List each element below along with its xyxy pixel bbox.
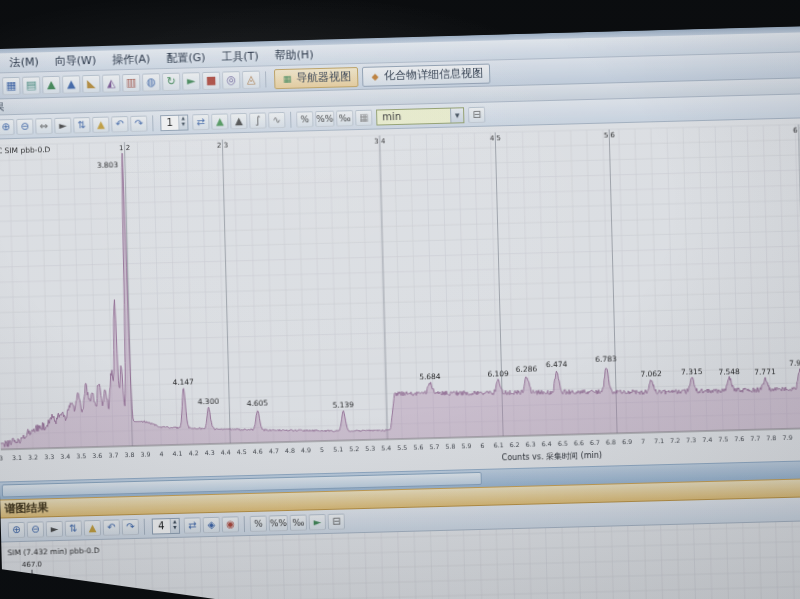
- percent-button[interactable]: %: [250, 515, 267, 531]
- x-tick-label: 6.5: [558, 440, 568, 447]
- fill-peak-icon[interactable]: ▲: [92, 116, 109, 132]
- pan-icon[interactable]: ⇔: [35, 118, 52, 134]
- x-tick-label: 4.5: [237, 448, 247, 455]
- x-tick-label: 5.3: [365, 445, 375, 452]
- pointer-icon[interactable]: ►: [46, 520, 63, 536]
- zoom-in-icon[interactable]: ⊕: [0, 119, 15, 135]
- zoom-out-icon[interactable]: ⊖: [16, 118, 33, 134]
- spec-toolbar-icons-mid: ⇄◈◉: [183, 516, 240, 533]
- globe-icon[interactable]: ◍: [142, 73, 160, 91]
- worklist-icon[interactable]: ▦: [2, 76, 20, 94]
- x-tick-label: 4.7: [269, 447, 279, 454]
- x-tick-label: 5.5: [397, 444, 407, 451]
- overlay-icon[interactable]: ⇄: [184, 517, 201, 533]
- menu-item-actions[interactable]: 操作(A): [105, 49, 158, 69]
- photo-frame: 法(M) 向导(W) 操作(A) 配置(G) 工具(T) 帮助(H) ▦▤▲▲◣…: [0, 0, 800, 599]
- autoscale-icon[interactable]: ⇅: [65, 520, 82, 536]
- spinner-up-icon[interactable]: ▲: [181, 117, 185, 122]
- peak-label: 7.771: [754, 367, 776, 377]
- spectrum-icon[interactable]: ▲: [62, 75, 80, 93]
- peak-label: 6.286: [516, 364, 538, 374]
- zoom-in-icon[interactable]: ⊕: [8, 521, 25, 537]
- peak-up-dark-icon[interactable]: ▲: [230, 112, 247, 128]
- x-tick-label: 5.4: [381, 444, 391, 451]
- spinner-down-icon[interactable]: ▼: [173, 526, 177, 531]
- peak-label: 7.315: [681, 367, 703, 377]
- pointer-icon[interactable]: ►: [54, 117, 71, 133]
- x-tick-label: 4.4: [221, 448, 231, 455]
- report-icon[interactable]: ▥: [122, 73, 140, 91]
- x-tick-label: 5: [320, 446, 324, 453]
- slash-x-icon[interactable]: ∫: [249, 112, 266, 128]
- x-tick-label: 7.2: [670, 437, 680, 444]
- tag-icon[interactable]: ◈: [203, 516, 220, 532]
- arrow-icon[interactable]: ►: [309, 514, 326, 530]
- menu-item-help[interactable]: 帮助(H): [267, 45, 320, 65]
- navigator-view-label: 导航器视图: [296, 69, 351, 85]
- peak-label: 7.062: [640, 369, 662, 379]
- redo-icon[interactable]: ↷: [130, 115, 147, 131]
- chevron-down-icon[interactable]: ▼: [450, 108, 463, 122]
- undo-icon[interactable]: ↶: [111, 116, 128, 132]
- spec-toolbar-icons-end: ►⊟: [308, 513, 346, 530]
- unit-select-value: min: [382, 111, 401, 122]
- menu-item-tools[interactable]: 工具(T): [214, 46, 266, 66]
- x-tick-label: 6.4: [542, 440, 552, 447]
- molecule-icon[interactable]: ◬: [242, 70, 260, 88]
- search-icon[interactable]: ◎: [222, 71, 240, 89]
- redo-icon[interactable]: ↷: [122, 518, 139, 534]
- peak-label: 6.783: [595, 355, 617, 365]
- percent-button[interactable]: %: [296, 111, 313, 127]
- overlay-icon[interactable]: ⇄: [192, 113, 209, 129]
- spinner-up-icon[interactable]: ▲: [173, 520, 177, 525]
- app-window: 法(M) 向导(W) 操作(A) 配置(G) 工具(T) 帮助(H) ▦▤▲▲◣…: [0, 26, 800, 599]
- segment-label: 3 4: [374, 137, 386, 145]
- spinner-down-icon[interactable]: ▼: [182, 123, 186, 128]
- print-icon[interactable]: ⊟: [328, 513, 345, 529]
- pin-icon[interactable]: ◉: [222, 516, 239, 532]
- spectrum-index-spinner[interactable]: 4 ▲ ▼: [152, 517, 180, 534]
- compound-detail-view-button[interactable]: ◆ 化合物详细信息视图: [362, 63, 490, 86]
- autoscale-icon[interactable]: ⇅: [73, 117, 90, 133]
- chrom-toolbar-icons-right: ▦: [354, 109, 373, 125]
- x-tick-label: 3.7: [108, 451, 118, 458]
- chromatogram-icon[interactable]: ▲: [42, 75, 60, 93]
- percent-button[interactable]: %%: [269, 514, 289, 530]
- peak-integrate-icon[interactable]: ◭: [102, 74, 120, 92]
- navigator-view-icon: ▦: [281, 72, 293, 84]
- percent-button[interactable]: ‰: [290, 514, 307, 530]
- print-icon[interactable]: ⊟: [468, 106, 485, 122]
- peak-up-green-icon[interactable]: ▲: [211, 113, 228, 129]
- x-tick-label: 3.4: [60, 453, 70, 460]
- undo-icon[interactable]: ↶: [103, 519, 120, 535]
- toolbar-separator: [244, 516, 245, 532]
- x-tick-label: 3.8: [124, 451, 134, 458]
- stop-icon[interactable]: ■: [202, 71, 220, 89]
- method-editor-icon[interactable]: ▤: [22, 76, 40, 94]
- calibration-icon[interactable]: ◣: [82, 74, 100, 92]
- x-tick-label: 7.8: [766, 434, 776, 441]
- navigator-view-button[interactable]: ▦ 导航器视图: [274, 67, 358, 89]
- x-tick-label: 5.7: [429, 443, 439, 450]
- percent-button[interactable]: %%: [315, 110, 335, 126]
- grid-icon[interactable]: ▦: [355, 109, 372, 125]
- refresh-icon[interactable]: ↻: [162, 72, 180, 90]
- signal-index-spinner[interactable]: 1 ▲ ▼: [160, 114, 188, 131]
- x-tick-label: 4.2: [189, 449, 199, 456]
- compound-detail-label: 化合物详细信息视图: [384, 66, 483, 84]
- zoom-out-icon[interactable]: ⊖: [27, 521, 44, 537]
- percent-button[interactable]: ‰: [336, 110, 353, 126]
- menu-item-method[interactable]: 法(M): [2, 52, 46, 72]
- chromatogram-plot[interactable]: 1 22 33 44 55 66 73.8034.1474.3004.6055.…: [0, 118, 800, 482]
- slash-z-icon[interactable]: ∿: [268, 111, 285, 127]
- x-tick-label: 3: [0, 454, 3, 461]
- toolbar-separator: [144, 518, 145, 534]
- run-icon[interactable]: ►: [182, 72, 200, 90]
- fill-peak-icon[interactable]: ▲: [84, 519, 101, 535]
- peak-label: 7.548: [718, 367, 740, 377]
- segment-label: 6 7: [793, 126, 800, 134]
- menu-item-wizard[interactable]: 向导(W): [47, 51, 103, 71]
- unit-select[interactable]: min ▼: [376, 107, 464, 125]
- menu-item-configure[interactable]: 配置(G): [159, 48, 213, 68]
- compound-detail-icon: ◆: [369, 70, 381, 82]
